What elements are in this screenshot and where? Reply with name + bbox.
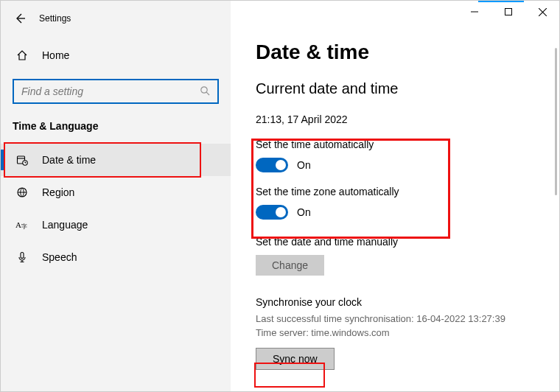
maximize-icon [505, 8, 512, 15]
window-controls [458, 1, 559, 23]
svg-point-0 [201, 87, 207, 93]
search-input-wrap[interactable] [13, 79, 219, 104]
close-button[interactable] [525, 1, 559, 23]
scrollbar[interactable] [552, 27, 559, 391]
search-icon [200, 85, 211, 97]
sidebar-item-label: Date & time [42, 154, 96, 166]
sync-meta: Last successful time synchronisation: 16… [256, 312, 559, 340]
current-datetime-value: 21:13, 17 April 2022 [256, 113, 559, 125]
change-button[interactable]: Change [256, 255, 324, 276]
sync-server-line: Time server: time.windows.com [256, 326, 559, 340]
arrow-left-icon [14, 13, 26, 24]
globe-icon [15, 186, 29, 198]
sync-last-line: Last successful time synchronisation: 16… [256, 312, 559, 326]
main-panel: Date & time Current date and time 21:13,… [231, 1, 559, 391]
auto-time-toggle[interactable] [256, 158, 288, 172]
sidebar-item-label: Language [42, 219, 88, 231]
sidebar-item-label: Speech [42, 251, 77, 263]
close-icon [539, 8, 547, 16]
language-icon: A字 [15, 219, 29, 231]
sidebar-item-label: Region [42, 186, 74, 198]
sidebar-item-date-time[interactable]: Date & time [1, 144, 231, 176]
sidebar-home[interactable]: Home [1, 41, 231, 70]
sidebar-section-heading: Time & Language [1, 120, 231, 132]
manual-datetime-label: Set the date and time manually [256, 236, 559, 248]
sidebar-item-language[interactable]: A字 Language [1, 209, 231, 241]
minimize-icon [471, 8, 478, 15]
page-title: Date & time [256, 41, 559, 64]
maximize-button[interactable] [491, 1, 525, 23]
sidebar-item-speech[interactable]: Speech [1, 241, 231, 273]
auto-timezone-state: On [297, 206, 311, 218]
scrollbar-thumb[interactable] [555, 48, 557, 195]
calendar-clock-icon [15, 154, 29, 166]
auto-time-label: Set the time automatically [256, 139, 559, 150]
sidebar-item-region[interactable]: Region [1, 176, 231, 209]
minimize-button[interactable] [458, 1, 491, 23]
svg-rect-7 [505, 9, 512, 15]
sync-now-button[interactable]: Sync now [256, 348, 335, 370]
microphone-icon [15, 251, 29, 263]
svg-rect-6 [21, 253, 24, 259]
sidebar-nav: Date & time Region A字 Language Speech [1, 144, 231, 273]
search-input[interactable] [20, 85, 200, 98]
app-title: Settings [39, 13, 71, 24]
svg-text:字: 字 [21, 223, 27, 230]
svg-text:A: A [15, 220, 21, 229]
auto-time-state: On [297, 159, 311, 171]
back-button[interactable] [10, 8, 30, 29]
home-icon [15, 49, 29, 61]
sync-heading: Synchronise your clock [256, 296, 559, 308]
sidebar: Settings Home Time & Language Date & [1, 1, 231, 391]
current-datetime-heading: Current date and time [256, 80, 559, 97]
auto-timezone-toggle[interactable] [256, 205, 288, 220]
sidebar-home-label: Home [42, 49, 69, 61]
auto-timezone-label: Set the time zone automatically [256, 186, 559, 197]
